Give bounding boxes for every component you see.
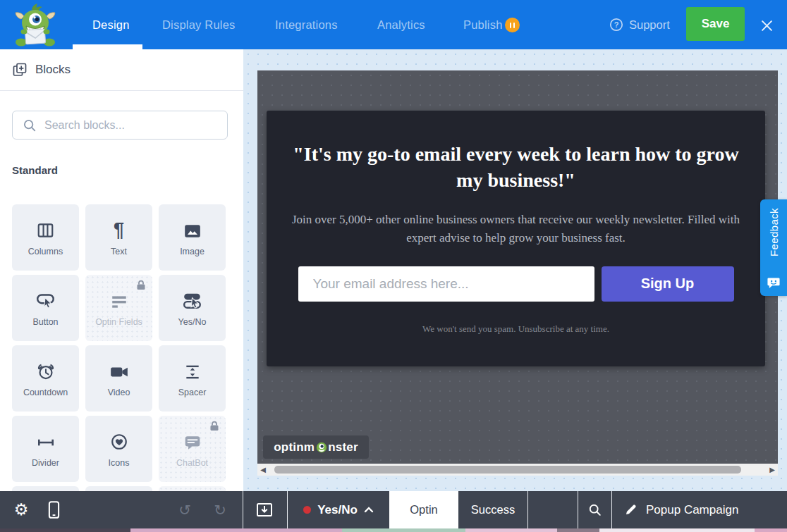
chevron-up-icon (364, 507, 374, 513)
search-icon (23, 118, 37, 132)
yesno-view-label: Yes/No (317, 503, 358, 517)
campaign-name-button[interactable]: Popup Campaign (625, 491, 738, 528)
feedback-smiley-bubble-icon (767, 276, 781, 290)
optinmonster-builder: Design Display Rules Integrations Analyt… (0, 0, 787, 532)
support-button[interactable]: ? Support (609, 0, 670, 49)
toolbar-divider (527, 491, 528, 528)
block-tile-video[interactable]: Video (85, 345, 152, 412)
save-template-icon[interactable] (255, 491, 274, 528)
block-tile-columns[interactable]: Columns (12, 204, 79, 271)
publish-paused-badge-icon (505, 18, 520, 32)
block-tile-partial[interactable] (85, 486, 152, 491)
block-tile-spacer[interactable]: Spacer (159, 345, 226, 412)
icons-icon (110, 430, 128, 451)
block-tile-countdown[interactable]: Countdown (12, 345, 79, 412)
campaign-name-label: Popup Campaign (646, 503, 738, 517)
horizontal-scrollbar: ◀ ▶ (257, 464, 778, 476)
lock-icon (136, 280, 146, 290)
status-dot (303, 506, 311, 514)
signup-button[interactable]: Sign Up (602, 266, 734, 302)
support-label: Support (629, 18, 670, 32)
tab-design[interactable]: Design (92, 0, 130, 49)
zoom-search-icon[interactable] (578, 491, 611, 528)
blocks-grid: Columns ¶ Text Image (12, 204, 231, 491)
undo-icon[interactable]: ↺ (175, 491, 195, 528)
tab-integrations[interactable]: Integrations (275, 0, 338, 49)
block-tile-partial[interactable] (159, 486, 226, 491)
block-tile-yesno[interactable]: Yes/No (159, 275, 226, 341)
tab-publish[interactable]: Publish (463, 0, 503, 49)
save-button[interactable]: Save (686, 7, 745, 41)
feedback-label: Feedback (768, 208, 780, 256)
image-icon (183, 218, 202, 240)
question-circle-icon: ? (609, 18, 623, 32)
tab-analytics[interactable]: Analytics (377, 0, 425, 49)
scroll-right-arrow[interactable]: ▶ (768, 466, 776, 474)
button-icon (35, 289, 56, 310)
mobile-preview-icon[interactable] (44, 491, 63, 528)
yesno-view-switcher[interactable]: Yes/No (288, 491, 389, 528)
search-blocks-input[interactable] (44, 119, 227, 132)
block-tile-text[interactable]: ¶ Text (85, 204, 152, 271)
branding-text-prefix: optinm (274, 440, 315, 454)
blocks-panel-title: Blocks (35, 63, 71, 77)
countdown-icon (37, 359, 55, 381)
pencil-icon (625, 504, 637, 516)
block-tile-chatbot[interactable]: ChatBot (159, 416, 226, 482)
close-icon[interactable] (759, 18, 774, 33)
email-field[interactable] (298, 266, 594, 302)
standard-section-label: Standard (12, 164, 58, 176)
monster-face-icon (316, 442, 327, 453)
popup-body-block[interactable]: Join over 5,000+ other online business o… (291, 211, 742, 248)
bottom-toolbar: ⚙ ↺ ↻ Yes/No Optin Success (0, 491, 787, 528)
lock-icon (209, 421, 219, 431)
block-tile-button[interactable]: Button (12, 275, 79, 341)
active-tab-underline (73, 44, 142, 49)
view-tab-optin[interactable]: Optin (389, 491, 458, 528)
blocks-icon (12, 62, 28, 78)
optin-fields-icon (110, 289, 128, 310)
svg-text:?: ? (614, 20, 619, 29)
blocks-sidebar: Blocks Standard Columns (0, 49, 243, 491)
columns-icon (36, 218, 55, 240)
popup-disclaimer-block[interactable]: We won't send you spam. Unsubscribe at a… (267, 323, 765, 335)
blocks-panel-header: Blocks (0, 49, 243, 91)
view-tab-success[interactable]: Success (458, 491, 527, 528)
search-blocks-box (12, 111, 228, 140)
design-canvas: "It's my go-to email every week to learn… (243, 49, 787, 491)
tab-display-rules[interactable]: Display Rules (162, 0, 235, 49)
popup-preview[interactable]: "It's my go-to email every week to learn… (267, 111, 765, 366)
block-tile-optin-fields[interactable]: Optin Fields (85, 275, 152, 341)
popup-headline-block[interactable]: "It's my go-to email every week to learn… (283, 142, 749, 194)
block-tile-image[interactable]: Image (159, 204, 226, 271)
top-navbar: Design Display Rules Integrations Analyt… (0, 0, 787, 49)
optinmonster-branding-badge[interactable]: optinm nster (263, 435, 369, 459)
toolbar-divider (611, 491, 612, 528)
settings-gear-icon[interactable]: ⚙ (11, 491, 31, 528)
divider-icon (36, 430, 56, 451)
chatbot-icon (183, 430, 202, 451)
block-tile-partial[interactable] (12, 486, 79, 491)
scrollbar-thumb[interactable] (274, 466, 741, 474)
feedback-tab[interactable]: Feedback (760, 199, 787, 296)
spacer-icon (183, 359, 202, 381)
campaign-backdrop[interactable]: "It's my go-to email every week to learn… (257, 70, 778, 464)
block-tile-divider[interactable]: Divider (12, 416, 79, 482)
optinmonster-logo[interactable] (10, 3, 61, 48)
scroll-left-arrow[interactable]: ◀ (259, 466, 267, 474)
toolbar-divider (243, 491, 243, 528)
video-icon (109, 359, 129, 381)
branding-text-suffix: nster (328, 440, 358, 454)
popup-optin-form: Sign Up (298, 266, 734, 302)
block-tile-icons[interactable]: Icons (85, 416, 152, 482)
yesno-icon (183, 289, 202, 310)
text-icon: ¶ (114, 218, 124, 240)
redo-icon[interactable]: ↻ (210, 491, 230, 528)
background-page-sliver (0, 528, 787, 532)
